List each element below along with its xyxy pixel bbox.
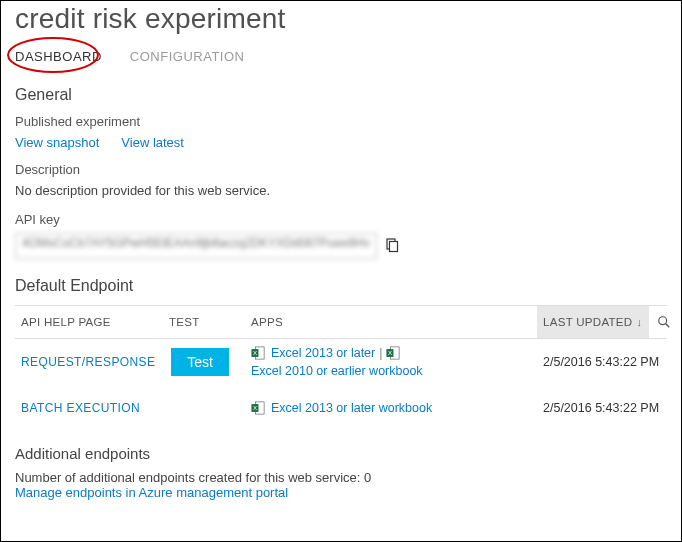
svg-rect-1 (390, 242, 398, 252)
excel-icon: X (251, 346, 265, 360)
copy-icon[interactable] (383, 237, 401, 255)
tab-dashboard[interactable]: DASHBOARD (15, 49, 102, 64)
apps-cell: XExcel 2013 or later | XExcel 2010 or ea… (245, 346, 537, 378)
svg-text:X: X (253, 349, 257, 356)
table-row: REQUEST/RESPONSETestXExcel 2013 or later… (15, 339, 667, 385)
api-help-page-link[interactable]: BATCH EXECUTION (15, 401, 163, 415)
description-text: No description provided for this web ser… (15, 183, 667, 198)
api-key-field[interactable]: 4OMsCoCb7AY5GPwH5EtEAAn9jb8aczq2DKYXDd08… (15, 233, 377, 259)
svg-text:X: X (253, 404, 257, 411)
default-endpoint-heading: Default Endpoint (15, 277, 667, 295)
general-heading: General (15, 86, 667, 104)
table-row: BATCH EXECUTIONXExcel 2013 or later work… (15, 385, 667, 431)
published-experiment-label: Published experiment (15, 114, 667, 129)
excel-icon: X (386, 346, 400, 360)
svg-point-2 (659, 317, 667, 325)
tab-bar: DASHBOARD CONFIGURATION (15, 49, 667, 64)
col-last-updated[interactable]: LAST UPDATED ↓ (537, 306, 649, 338)
view-snapshot-link[interactable]: View snapshot (15, 135, 99, 150)
additional-endpoints-count: Number of additional endpoints created f… (15, 470, 667, 485)
tab-configuration[interactable]: CONFIGURATION (130, 49, 245, 64)
col-apps[interactable]: APPS (245, 316, 537, 328)
last-updated-value: 2/5/2016 5:43:22 PM (537, 355, 673, 369)
search-icon[interactable] (649, 306, 673, 338)
excel-icon: X (251, 401, 265, 415)
col-last-updated-label: LAST UPDATED (543, 316, 632, 328)
excel-workbook-link[interactable]: Excel 2013 or later workbook (271, 401, 432, 415)
svg-line-3 (666, 324, 670, 328)
endpoint-table: API HELP PAGE TEST APPS LAST UPDATED ↓ R… (15, 305, 667, 431)
apps-cell: XExcel 2013 or later workbook (245, 401, 537, 415)
col-test[interactable]: TEST (163, 316, 245, 328)
svg-text:X: X (388, 349, 392, 356)
description-label: Description (15, 162, 667, 177)
test-button[interactable]: Test (171, 348, 229, 376)
api-help-page-link[interactable]: REQUEST/RESPONSE (15, 355, 163, 369)
manage-endpoints-link[interactable]: Manage endpoints in Azure management por… (15, 485, 667, 500)
page-title: credit risk experiment (15, 3, 667, 35)
col-api-help-page[interactable]: API HELP PAGE (15, 316, 163, 328)
test-cell: Test (163, 348, 245, 376)
view-latest-link[interactable]: View latest (121, 135, 184, 150)
excel-workbook-link[interactable]: Excel 2010 or earlier workbook (251, 364, 423, 378)
last-updated-value: 2/5/2016 5:43:22 PM (537, 401, 673, 415)
table-header-row: API HELP PAGE TEST APPS LAST UPDATED ↓ (15, 305, 667, 339)
additional-endpoints-heading: Additional endpoints (15, 445, 667, 462)
sort-down-icon: ↓ (636, 316, 642, 328)
separator: | (379, 346, 382, 360)
api-key-label: API key (15, 212, 667, 227)
excel-workbook-link[interactable]: Excel 2013 or later (271, 346, 375, 360)
